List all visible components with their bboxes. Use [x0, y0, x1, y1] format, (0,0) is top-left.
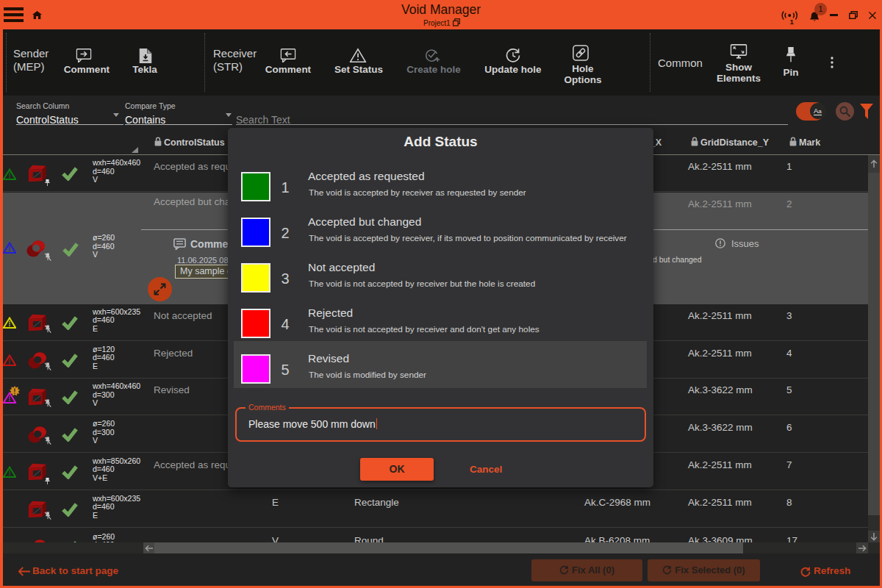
svg-text:1: 1 [790, 18, 795, 25]
